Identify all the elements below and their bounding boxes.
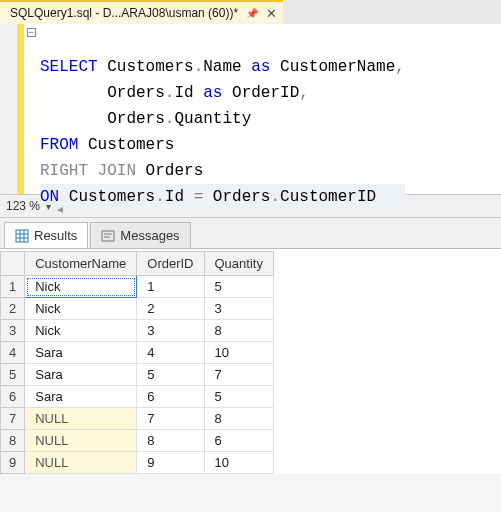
- editor-gutter: [0, 24, 18, 194]
- row-number: 1: [1, 276, 25, 298]
- column-header[interactable]: CustomerName: [25, 252, 137, 276]
- cell[interactable]: 10: [204, 342, 273, 364]
- column-header[interactable]: OrderID: [137, 252, 204, 276]
- scroll-left-icon[interactable]: ◂: [57, 202, 71, 210]
- results-grid-wrap: CustomerName OrderID Quantity 1Nick152Ni…: [0, 248, 501, 474]
- code-fold-gutter: −: [24, 24, 38, 194]
- cell[interactable]: 7: [204, 364, 273, 386]
- row-number: 5: [1, 364, 25, 386]
- grid-icon: [15, 229, 29, 243]
- table-row[interactable]: 1Nick15: [1, 276, 274, 298]
- messages-icon: [101, 229, 115, 243]
- table-row[interactable]: 3Nick38: [1, 320, 274, 342]
- cell[interactable]: 6: [137, 386, 204, 408]
- svg-rect-5: [102, 231, 114, 241]
- document-tab[interactable]: SQLQuery1.sql - D...ARAJ08\usman (60))* …: [0, 0, 283, 24]
- cell[interactable]: 3: [137, 320, 204, 342]
- cell[interactable]: 1: [137, 276, 204, 298]
- tab-messages-label: Messages: [120, 228, 179, 243]
- cell[interactable]: 10: [204, 452, 273, 474]
- cell[interactable]: 8: [204, 320, 273, 342]
- table-row[interactable]: 4Sara410: [1, 342, 274, 364]
- results-tab-strip: Results Messages: [0, 218, 501, 248]
- cell[interactable]: NULL: [25, 452, 137, 474]
- row-number: 7: [1, 408, 25, 430]
- cell[interactable]: 2: [137, 298, 204, 320]
- tab-results-label: Results: [34, 228, 77, 243]
- cell[interactable]: 6: [204, 430, 273, 452]
- tab-results[interactable]: Results: [4, 222, 88, 248]
- cell[interactable]: 9: [137, 452, 204, 474]
- cell[interactable]: 5: [204, 276, 273, 298]
- document-tab-title: SQLQuery1.sql - D...ARAJ08\usman (60))*: [10, 6, 238, 20]
- pin-icon[interactable]: 📌: [246, 8, 258, 19]
- row-number: 6: [1, 386, 25, 408]
- row-number: 4: [1, 342, 25, 364]
- cell[interactable]: Sara: [25, 364, 137, 386]
- cell[interactable]: 3: [204, 298, 273, 320]
- row-number: 8: [1, 430, 25, 452]
- results-grid[interactable]: CustomerName OrderID Quantity 1Nick152Ni…: [0, 251, 274, 474]
- row-number: 2: [1, 298, 25, 320]
- collapse-icon[interactable]: −: [27, 28, 36, 37]
- cell[interactable]: NULL: [25, 408, 137, 430]
- table-row[interactable]: 6Sara65: [1, 386, 274, 408]
- cell[interactable]: 5: [137, 364, 204, 386]
- table-row[interactable]: 5Sara57: [1, 364, 274, 386]
- dropdown-icon[interactable]: ▾: [46, 201, 51, 212]
- document-tab-bar: SQLQuery1.sql - D...ARAJ08\usman (60))* …: [0, 0, 501, 24]
- table-row[interactable]: 8NULL86: [1, 430, 274, 452]
- row-number: 9: [1, 452, 25, 474]
- cell[interactable]: 8: [204, 408, 273, 430]
- close-icon[interactable]: ✕: [266, 6, 277, 21]
- cell[interactable]: Sara: [25, 386, 137, 408]
- cell[interactable]: Nick: [25, 276, 137, 298]
- row-number: 3: [1, 320, 25, 342]
- cell[interactable]: Nick: [25, 298, 137, 320]
- table-row[interactable]: 2Nick23: [1, 298, 274, 320]
- svg-rect-0: [16, 230, 28, 242]
- column-header[interactable]: Quantity: [204, 252, 273, 276]
- zoom-value[interactable]: 123 %: [6, 199, 40, 213]
- table-row[interactable]: 9NULL910: [1, 452, 274, 474]
- cell[interactable]: 7: [137, 408, 204, 430]
- cell[interactable]: Sara: [25, 342, 137, 364]
- row-number-header: [1, 252, 25, 276]
- cell[interactable]: NULL: [25, 430, 137, 452]
- cell[interactable]: Nick: [25, 320, 137, 342]
- tab-messages[interactable]: Messages: [90, 222, 190, 248]
- table-row[interactable]: 7NULL78: [1, 408, 274, 430]
- code-area[interactable]: SELECT Customers.Name as CustomerName, O…: [38, 24, 405, 194]
- cell[interactable]: 4: [137, 342, 204, 364]
- cell[interactable]: 5: [204, 386, 273, 408]
- cell[interactable]: 8: [137, 430, 204, 452]
- sql-editor[interactable]: − SELECT Customers.Name as CustomerName,…: [0, 24, 501, 194]
